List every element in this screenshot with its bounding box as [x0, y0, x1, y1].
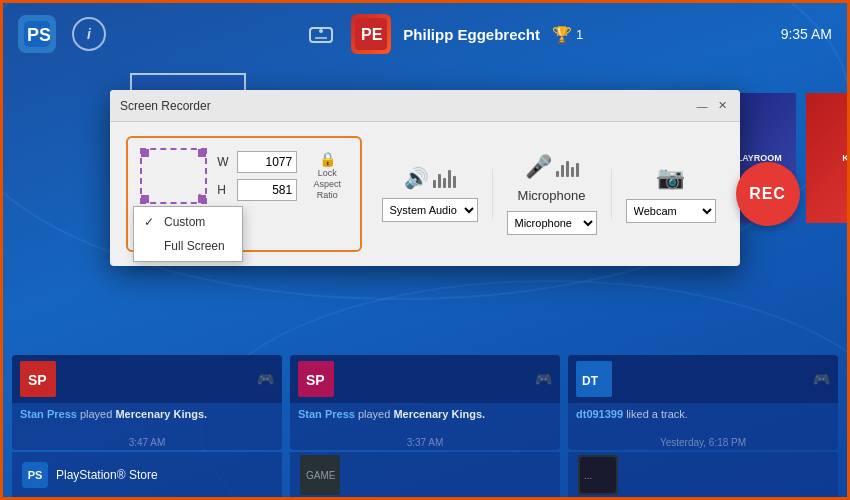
svg-point-3: [319, 29, 323, 33]
microphone-icon-row: 🎤: [525, 154, 579, 180]
tile-avatar-0: SP: [20, 361, 56, 397]
dialog-body: ⤡ W H 🔒 Lock AspectRatio: [110, 122, 740, 266]
ps-store-tile[interactable]: PS PlayStation® Store: [12, 452, 282, 498]
mic-bar-3: [566, 161, 569, 177]
store-game-tile-2[interactable]: ...: [568, 452, 838, 498]
svg-text:...: ...: [584, 470, 592, 481]
ps-logo: PS: [18, 15, 56, 53]
tile-text-1: Stan Press played Mercenary Kings.: [298, 407, 552, 422]
tile-0[interactable]: SP 🎮 Stan Press played Mercenary Kings. …: [12, 355, 282, 450]
custom-dropdown-popup: ✓ Custom Full Screen: [133, 206, 243, 262]
width-label: W: [217, 155, 231, 169]
store-game-thumb-2: ...: [578, 455, 618, 495]
svg-text:GAME: GAME: [306, 470, 336, 481]
rec-button[interactable]: REC: [736, 162, 800, 226]
width-field: W: [217, 151, 297, 173]
webcam-icon-row: 📷: [657, 165, 684, 191]
store-label: PlayStation® Store: [56, 468, 158, 482]
webcam-panel: 📷 Webcam: [626, 165, 716, 223]
audio-bar-2: [438, 174, 441, 188]
audio-panels: 🔊 System Audio 🎤: [382, 154, 716, 235]
height-field: H: [217, 179, 297, 201]
dropdown-item-custom[interactable]: ✓ Custom: [134, 210, 242, 234]
capture-preview[interactable]: ⤡: [140, 148, 207, 204]
audio-sep-2: [611, 169, 612, 219]
dialog-controls: — ✕: [694, 98, 730, 114]
store-row: PS PlayStation® Store GAME ...: [0, 452, 850, 500]
dialog-minimize-button[interactable]: —: [694, 98, 710, 114]
info-icon[interactable]: i: [72, 17, 106, 51]
speaker-icon: 🔊: [404, 166, 429, 190]
trophy-count: 1: [576, 27, 583, 42]
svg-text:DT: DT: [582, 374, 599, 388]
width-input[interactable]: [237, 151, 297, 173]
audio-bar-3: [443, 178, 446, 188]
tile-text-2: dt091399 liked a track.: [576, 407, 830, 422]
microphone-select[interactable]: Microphone: [507, 211, 597, 235]
height-input[interactable]: [237, 179, 297, 201]
mic-bar-1: [556, 171, 559, 177]
system-audio-bars: [433, 168, 456, 188]
height-label: H: [217, 183, 231, 197]
share-icon: [303, 16, 339, 52]
mic-bar-4: [571, 167, 574, 177]
dropdown-fullscreen-label: Full Screen: [164, 239, 225, 253]
controller-icon-2: 🎮: [813, 371, 830, 387]
tile-avatar-2: DT: [576, 361, 612, 397]
webcam-icon: 📷: [657, 165, 684, 191]
activity-tiles-row: SP 🎮 Stan Press played Mercenary Kings. …: [0, 355, 850, 450]
time-display: 9:35 AM: [781, 26, 832, 42]
move-icon: ⤡: [197, 190, 207, 204]
tile-avatar-1: SP: [298, 361, 334, 397]
svg-text:PE: PE: [361, 26, 383, 43]
controller-icon-1: 🎮: [535, 371, 552, 387]
audio-sep-1: [492, 169, 493, 219]
dialog-titlebar: Screen Recorder — ✕: [110, 90, 740, 122]
audio-bar-5: [453, 176, 456, 188]
ps-store-icon: PS: [22, 462, 48, 488]
trophy-icon: 🏆: [552, 25, 572, 44]
capture-panel: ⤡ W H 🔒 Lock AspectRatio: [126, 136, 362, 252]
mic-bar-2: [561, 165, 564, 177]
svg-text:SP: SP: [28, 372, 47, 388]
wh-row: W H: [217, 151, 297, 201]
tile-2[interactable]: DT 🎮 dt091399 liked a track. Yesterday, …: [568, 355, 838, 450]
system-audio-panel: 🔊 System Audio: [382, 166, 478, 222]
lock-icon: 🔒: [319, 151, 336, 168]
system-audio-select[interactable]: System Audio: [382, 198, 478, 222]
microphone-panel: 🎤 Microphone Microphone: [507, 154, 597, 235]
microphone-label: Microphone: [518, 188, 586, 203]
dropdown-custom-label: Custom: [164, 215, 205, 229]
microphone-bars: [556, 157, 579, 177]
tile-1[interactable]: SP 🎮 Stan Press played Mercenary Kings. …: [290, 355, 560, 450]
tile-time-2: Yesterday, 6:18 PM: [568, 435, 838, 450]
store-game-tile-1[interactable]: GAME: [290, 452, 560, 498]
username-label: Philipp Eggebrecht: [403, 26, 540, 43]
topbar: PS i PE Philipp Eggebrecht 🏆 1 9:: [0, 0, 850, 68]
store-game-thumb-1: GAME: [300, 455, 340, 495]
microphone-icon: 🎤: [525, 154, 552, 180]
topbar-center: PE Philipp Eggebrecht 🏆 1: [122, 14, 765, 54]
lock-aspect-label: Lock AspectRatio: [307, 168, 347, 200]
tile-time-1: 3:37 AM: [290, 435, 560, 450]
tile-text-0: Stan Press played Mercenary Kings.: [20, 407, 274, 422]
webcam-select[interactable]: Webcam: [626, 199, 716, 223]
corner-tl: [141, 149, 149, 157]
tile-time-0: 3:47 AM: [12, 435, 282, 450]
screen-recorder-dialog: Screen Recorder — ✕ ⤡ W: [110, 90, 740, 266]
corner-tr: [198, 149, 206, 157]
system-audio-icon-row: 🔊: [404, 166, 456, 190]
check-icon: ✓: [144, 215, 158, 229]
trophy-area: 🏆 1: [552, 25, 583, 44]
audio-bar-1: [433, 180, 436, 188]
dialog-close-button[interactable]: ✕: [714, 98, 730, 114]
svg-text:PS: PS: [27, 25, 50, 45]
dropdown-item-fullscreen[interactable]: Full Screen: [134, 234, 242, 258]
svg-text:SP: SP: [306, 372, 325, 388]
avatar: PE: [351, 14, 391, 54]
corner-bl: [141, 195, 149, 203]
game-thumb-kill[interactable]: KILL...: [806, 93, 850, 223]
dialog-title: Screen Recorder: [120, 99, 694, 113]
controller-icon-0: 🎮: [257, 371, 274, 387]
mic-bar-5: [576, 163, 579, 177]
